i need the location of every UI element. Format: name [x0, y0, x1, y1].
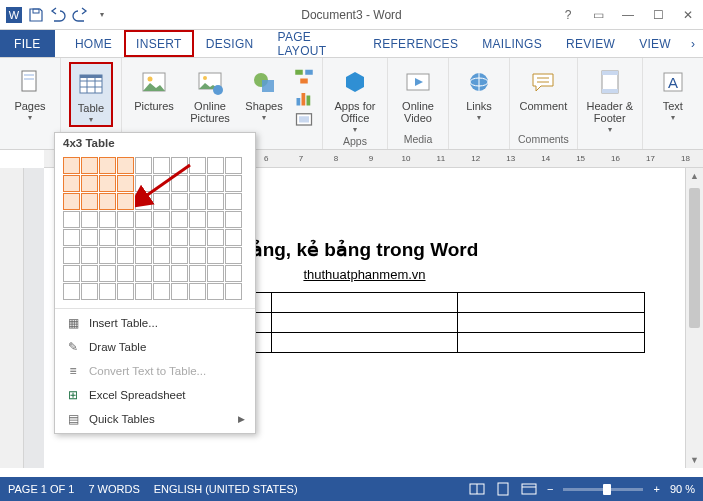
table-grid-cell[interactable]: [225, 175, 242, 192]
text-button[interactable]: A Text ▾: [651, 62, 695, 123]
table-grid-cell[interactable]: [153, 175, 170, 192]
tab-references[interactable]: REFERENCES: [361, 30, 470, 57]
help-icon[interactable]: ?: [553, 0, 583, 30]
table-grid-cell[interactable]: [99, 157, 116, 174]
table-grid-cell[interactable]: [171, 157, 188, 174]
table-grid-cell[interactable]: [207, 229, 224, 246]
table-grid-cell[interactable]: [189, 283, 206, 300]
table-grid-cell[interactable]: [189, 193, 206, 210]
chart-icon[interactable]: [294, 88, 314, 108]
links-button[interactable]: Links ▾: [457, 62, 501, 123]
ribbon-options-icon[interactable]: ▭: [583, 0, 613, 30]
table-grid-cell[interactable]: [81, 229, 98, 246]
table-grid-cell[interactable]: [81, 247, 98, 264]
smartart-icon[interactable]: [294, 66, 314, 86]
menu-quick-tables[interactable]: ▤ Quick Tables ▶: [55, 407, 255, 431]
table-grid-cell[interactable]: [99, 265, 116, 282]
zoom-level[interactable]: 90 %: [670, 483, 695, 495]
table-grid-cell[interactable]: [99, 175, 116, 192]
table-grid-cell[interactable]: [81, 175, 98, 192]
table-grid-cell[interactable]: [225, 157, 242, 174]
status-page[interactable]: PAGE 1 OF 1: [8, 483, 74, 495]
close-button[interactable]: ✕: [673, 0, 703, 30]
scroll-up-icon[interactable]: ▲: [686, 168, 703, 184]
menu-draw-table[interactable]: ✎ Draw Table: [55, 335, 255, 359]
table-grid-cell[interactable]: [135, 265, 152, 282]
table-grid-cell[interactable]: [63, 211, 80, 228]
header-footer-button[interactable]: Header & Footer ▾: [586, 62, 634, 135]
redo-icon[interactable]: [72, 7, 88, 23]
pictures-button[interactable]: Pictures: [130, 62, 178, 112]
table-grid-cell[interactable]: [153, 157, 170, 174]
table-grid-cell[interactable]: [117, 193, 134, 210]
online-pictures-button[interactable]: Online Pictures: [186, 62, 234, 124]
table-grid-cell[interactable]: [189, 265, 206, 282]
qat-customize-icon[interactable]: ▾: [94, 7, 110, 23]
tab-review[interactable]: REVIEW: [554, 30, 627, 57]
table-grid-cell[interactable]: [153, 283, 170, 300]
table-grid-cell[interactable]: [225, 265, 242, 282]
table-grid-cell[interactable]: [189, 157, 206, 174]
table-grid-cell[interactable]: [225, 193, 242, 210]
table-grid-cell[interactable]: [63, 265, 80, 282]
table-grid-cell[interactable]: [135, 229, 152, 246]
table-grid-cell[interactable]: [117, 175, 134, 192]
scroll-down-icon[interactable]: ▼: [686, 452, 703, 468]
table-grid-cell[interactable]: [117, 157, 134, 174]
web-layout-icon[interactable]: [521, 482, 537, 496]
table-grid-cell[interactable]: [153, 211, 170, 228]
menu-excel-spreadsheet[interactable]: ⊞ Excel Spreadsheet: [55, 383, 255, 407]
scrollbar-vertical[interactable]: ▲ ▼: [685, 168, 703, 468]
read-mode-icon[interactable]: [469, 482, 485, 496]
table-grid-cell[interactable]: [81, 193, 98, 210]
ribbon-overflow-icon[interactable]: ›: [683, 30, 703, 57]
online-video-button[interactable]: Online Video: [396, 62, 440, 124]
table-grid-cell[interactable]: [99, 247, 116, 264]
table-grid-cell[interactable]: [135, 283, 152, 300]
table-grid-cell[interactable]: [153, 193, 170, 210]
table-grid-cell[interactable]: [135, 211, 152, 228]
minimize-button[interactable]: —: [613, 0, 643, 30]
shapes-button[interactable]: Shapes ▾: [242, 62, 286, 123]
table-grid-cell[interactable]: [81, 283, 98, 300]
table-grid-cell[interactable]: [207, 265, 224, 282]
tab-view[interactable]: VIEW: [627, 30, 683, 57]
table-grid-cell[interactable]: [207, 175, 224, 192]
status-words[interactable]: 7 WORDS: [88, 483, 139, 495]
tab-design[interactable]: DESIGN: [194, 30, 266, 57]
zoom-in-icon[interactable]: +: [653, 483, 659, 495]
table-grid-cell[interactable]: [225, 211, 242, 228]
table-button[interactable]: Table ▾: [69, 62, 113, 127]
table-grid-cell[interactable]: [171, 247, 188, 264]
screenshot-icon[interactable]: [294, 110, 314, 130]
table-grid-cell[interactable]: [171, 229, 188, 246]
tab-insert[interactable]: INSERT: [124, 30, 194, 57]
table-grid-cell[interactable]: [117, 211, 134, 228]
comment-button[interactable]: Comment: [519, 62, 567, 112]
table-grid-cell[interactable]: [171, 193, 188, 210]
table-grid-cell[interactable]: [207, 283, 224, 300]
ruler-vertical[interactable]: [0, 168, 24, 468]
table-grid-cell[interactable]: [189, 247, 206, 264]
table-grid-cell[interactable]: [153, 265, 170, 282]
table-grid-cell[interactable]: [189, 175, 206, 192]
table-grid-cell[interactable]: [189, 229, 206, 246]
table-grid-cell[interactable]: [207, 193, 224, 210]
table-grid-cell[interactable]: [117, 229, 134, 246]
table-grid-cell[interactable]: [189, 211, 206, 228]
tab-page-layout[interactable]: PAGE LAYOUT: [265, 30, 361, 57]
pages-button[interactable]: Pages ▾: [8, 62, 52, 123]
table-grid-cell[interactable]: [153, 229, 170, 246]
undo-icon[interactable]: [50, 7, 66, 23]
zoom-out-icon[interactable]: −: [547, 483, 553, 495]
table-grid-cell[interactable]: [171, 265, 188, 282]
table-grid-cell[interactable]: [135, 193, 152, 210]
table-grid-cell[interactable]: [63, 157, 80, 174]
table-grid-cell[interactable]: [153, 247, 170, 264]
table-grid-cell[interactable]: [81, 157, 98, 174]
maximize-button[interactable]: ☐: [643, 0, 673, 30]
table-grid-cell[interactable]: [117, 283, 134, 300]
tab-home[interactable]: HOME: [63, 30, 124, 57]
table-grid-cell[interactable]: [135, 247, 152, 264]
table-grid-cell[interactable]: [171, 283, 188, 300]
